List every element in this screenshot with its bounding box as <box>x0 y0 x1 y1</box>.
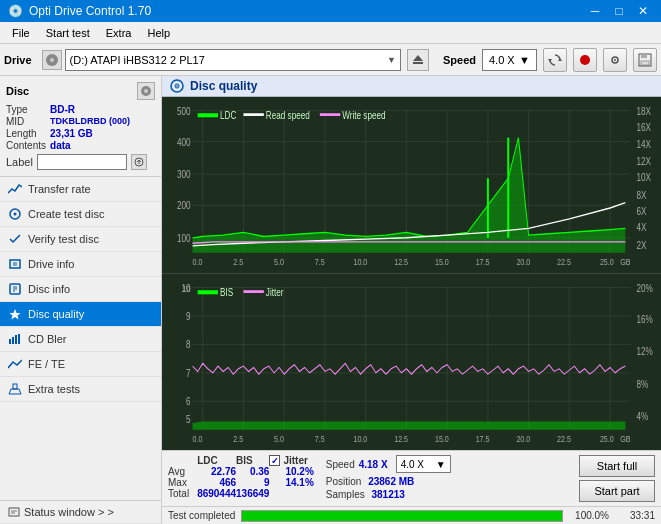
disc-quality-header-icon <box>170 79 184 93</box>
sidebar-item-disc-quality[interactable]: Disc quality <box>0 302 161 327</box>
samples-label: Samples <box>326 489 365 500</box>
svg-text:15.0: 15.0 <box>435 433 449 444</box>
svg-text:6X: 6X <box>637 205 647 217</box>
svg-point-1 <box>50 58 54 62</box>
samples-info: Samples 381213 <box>326 489 571 500</box>
svg-text:2.5: 2.5 <box>233 433 243 444</box>
svg-text:14X: 14X <box>637 138 652 150</box>
sidebar-item-verify-test-disc[interactable]: Verify test disc <box>0 227 161 252</box>
svg-text:8%: 8% <box>637 378 649 390</box>
menu-extra[interactable]: Extra <box>98 25 140 41</box>
position-label: Position <box>326 476 362 487</box>
svg-point-6 <box>580 55 590 65</box>
svg-text:17.5: 17.5 <box>476 433 490 444</box>
eject-button[interactable] <box>407 49 429 71</box>
svg-text:20%: 20% <box>637 281 654 293</box>
refresh-button[interactable] <box>543 48 567 72</box>
svg-text:9: 9 <box>186 310 191 322</box>
start-full-button[interactable]: Start full <box>579 455 655 477</box>
nav-items: Transfer rate Create test disc Verify te… <box>0 177 161 500</box>
svg-text:18X: 18X <box>637 104 652 116</box>
svg-text:300: 300 <box>177 168 191 180</box>
speed-info-row: Speed 4.18 X 4.0 X ▼ <box>326 455 571 473</box>
svg-text:12X: 12X <box>637 155 652 167</box>
speed-dropdown-arrow: ▼ <box>519 54 530 66</box>
drive-icon <box>42 50 62 70</box>
content-area: Disc quality <box>162 76 661 524</box>
svg-text:7.5: 7.5 <box>315 256 325 267</box>
close-button[interactable]: ✕ <box>633 3 653 19</box>
app-title: Opti Drive Control 1.70 <box>29 4 151 18</box>
transfer-rate-icon <box>8 182 22 196</box>
progress-bar-inner <box>242 511 562 521</box>
svg-marker-4 <box>558 58 562 61</box>
svg-rect-27 <box>15 335 17 344</box>
sidebar-item-cd-bler[interactable]: CD Bler <box>0 327 161 352</box>
speed-position-area: Speed 4.18 X 4.0 X ▼ Position 23862 MB S… <box>318 455 571 500</box>
save-button[interactable] <box>633 48 657 72</box>
contents-label: Contents <box>6 140 46 151</box>
label-input[interactable] <box>37 154 127 170</box>
menu-help[interactable]: Help <box>139 25 178 41</box>
svg-rect-29 <box>13 384 17 389</box>
avg-ldc-val: 22.76 <box>197 466 236 477</box>
type-label: Type <box>6 104 46 115</box>
cd-bler-icon <box>8 332 22 346</box>
svg-text:100: 100 <box>177 232 191 244</box>
titlebar-title: 💿 Opti Drive Control 1.70 <box>8 4 151 18</box>
verify-test-disc-label: Verify test disc <box>28 233 99 245</box>
label-browse-button[interactable] <box>131 154 147 170</box>
maximize-button[interactable]: □ <box>609 3 629 19</box>
menu-file[interactable]: File <box>4 25 38 41</box>
chart1-container: 500 400 300 200 100 18X 16X 14X 12X 10X … <box>162 97 661 274</box>
svg-text:12.5: 12.5 <box>394 433 408 444</box>
svg-rect-26 <box>12 337 14 344</box>
svg-text:5.0: 5.0 <box>274 433 284 444</box>
progress-percent: 100.0% <box>569 510 609 521</box>
position-samples-row: Position 23862 MB <box>326 476 571 487</box>
drive-info-icon <box>8 257 22 271</box>
svg-text:2.5: 2.5 <box>233 256 243 267</box>
red-circle-button[interactable] <box>573 48 597 72</box>
bis-col-header: BIS <box>236 455 269 466</box>
svg-rect-133 <box>243 290 263 293</box>
svg-text:0.0: 0.0 <box>193 256 203 267</box>
minimize-button[interactable]: ─ <box>585 3 605 19</box>
jitter-checkbox[interactable]: ✓ <box>269 455 280 466</box>
settings-button[interactable] <box>603 48 627 72</box>
menu-start-test[interactable]: Start test <box>38 25 98 41</box>
svg-point-8 <box>614 59 616 61</box>
svg-text:20.0: 20.0 <box>516 256 530 267</box>
sidebar-item-create-test-disc[interactable]: Create test disc <box>0 202 161 227</box>
svg-text:16X: 16X <box>637 121 652 133</box>
sidebar-item-drive-info[interactable]: Drive info <box>0 252 161 277</box>
menubar: File Start test Extra Help <box>0 22 661 44</box>
create-test-disc-label: Create test disc <box>28 208 104 220</box>
content-header: Disc quality <box>162 76 661 97</box>
total-row-label: Total <box>168 488 197 499</box>
svg-marker-118 <box>193 422 626 430</box>
speed-selector[interactable]: 4.0 X ▼ <box>482 49 537 71</box>
stats-table: LDC BIS ✓ Jitter Avg 22.76 0.36 10.2% <box>168 455 314 499</box>
sidebar-item-extra-tests[interactable]: Extra tests <box>0 377 161 402</box>
charts-area: 500 400 300 200 100 18X 16X 14X 12X 10X … <box>162 97 661 450</box>
mid-label: MID <box>6 116 46 127</box>
stats-bar: LDC BIS ✓ Jitter Avg 22.76 0.36 10.2% <box>162 450 661 506</box>
speed-dropdown[interactable]: 4.0 X ▼ <box>396 455 451 473</box>
start-part-button[interactable]: Start part <box>579 480 655 502</box>
drivebar: Drive (D:) ATAPI iHBS312 2 PL17 ▼ Speed … <box>0 44 661 76</box>
total-ldc-val: 8690444 <box>197 488 236 499</box>
disc-info-icon <box>8 282 22 296</box>
app-icon: 💿 <box>8 4 23 18</box>
sidebar-status: Status window > > <box>0 500 161 524</box>
drive-selector[interactable]: (D:) ATAPI iHBS312 2 PL17 ▼ <box>65 49 401 71</box>
disc-info-icon[interactable] <box>137 82 155 100</box>
sidebar-item-transfer-rate[interactable]: Transfer rate <box>0 177 161 202</box>
svg-text:7: 7 <box>186 367 191 379</box>
svg-text:25.0: 25.0 <box>600 433 614 444</box>
sidebar-item-fe-te[interactable]: FE / TE <box>0 352 161 377</box>
sidebar-item-disc-info[interactable]: Disc info <box>0 277 161 302</box>
status-window-button[interactable]: Status window > > <box>0 501 161 524</box>
svg-marker-24 <box>10 309 21 320</box>
chart2-container: 10 9 8 7 6 5 10 20% 16% 12% 8% 4% <box>162 274 661 450</box>
